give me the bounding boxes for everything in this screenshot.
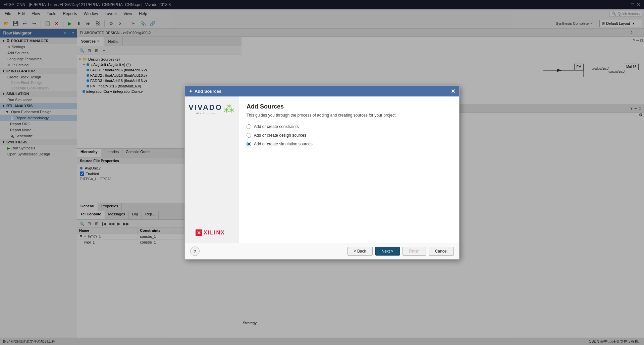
finish-button[interactable]: Finish: [402, 247, 426, 256]
xilinx-text: XILINX: [204, 230, 225, 236]
modal-left-branding: VIVADO HLx Editions ⁂ ✕ XILINX .: [185, 96, 238, 243]
radio-design-input[interactable]: [247, 133, 251, 138]
modal-footer: ? < Back Next > Finish Cancel: [185, 243, 459, 259]
next-button[interactable]: Next >: [375, 247, 400, 256]
radio-simulation-input[interactable]: [247, 142, 251, 146]
cancel-button[interactable]: Cancel: [429, 247, 454, 256]
vivado-logo-text: VIVADO HLx Editions: [189, 103, 222, 115]
radio-simulation-sources[interactable]: Add or create simulation sources: [247, 142, 451, 146]
modal-titlebar-title: ✦ Add Sources: [189, 89, 221, 94]
modal-overlay: ✦ Add Sources ✕ VIVADO HLx Editions ⁂: [0, 0, 644, 345]
modal-help-button[interactable]: ?: [190, 247, 200, 256]
radio-group: Add or create constraints Add or create …: [247, 124, 451, 146]
modal-star-icon: ✦: [189, 89, 193, 94]
add-sources-modal: ✦ Add Sources ✕ VIVADO HLx Editions ⁂: [184, 85, 460, 260]
modal-right-content: Add Sources This guides you through the …: [238, 96, 459, 243]
back-button[interactable]: < Back: [347, 247, 373, 256]
modal-close-button[interactable]: ✕: [451, 88, 455, 94]
xilinx-dot: .: [226, 230, 227, 235]
xilinx-x-icon: ✕: [196, 229, 202, 236]
radio-constraints[interactable]: Add or create constraints: [247, 124, 451, 129]
vivado-leaf-icon: ⁂: [224, 103, 234, 114]
radio-constraints-input[interactable]: [247, 124, 251, 129]
modal-titlebar: ✦ Add Sources ✕: [185, 86, 459, 96]
radio-design-sources[interactable]: Add or create design sources: [247, 133, 451, 138]
vivado-logo: VIVADO HLx Editions ⁂: [189, 103, 234, 115]
modal-body: VIVADO HLx Editions ⁂ ✕ XILINX . Add Sou…: [185, 96, 459, 243]
modal-description: This guides you through the process of a…: [247, 113, 451, 118]
modal-main-title: Add Sources: [247, 103, 451, 110]
xilinx-logo: ✕ XILINX .: [196, 229, 227, 236]
